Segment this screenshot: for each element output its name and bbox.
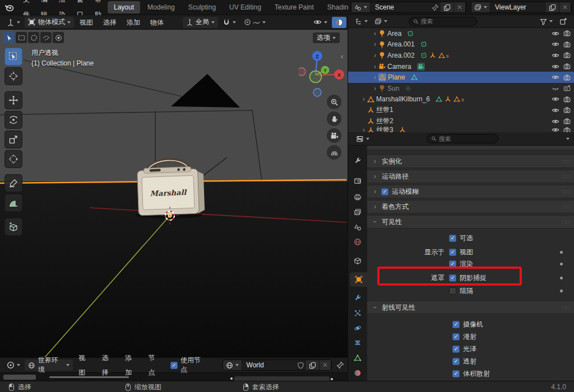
hide-viewport-eye-icon[interactable]: [552, 40, 559, 48]
force-field-icon[interactable]: [429, 52, 436, 59]
editor-type-dropdown-outliner[interactable]: [351, 16, 371, 27]
blender-logo-icon[interactable]: [0, 3, 17, 12]
viewports-checkbox[interactable]: [449, 249, 456, 256]
menu-window[interactable]: 窗口: [71, 0, 89, 15]
tab-modifiers[interactable]: [348, 291, 367, 305]
outliner-row-plane-selected[interactable]: › Plane: [348, 72, 574, 83]
gizmo-axis-y-neg[interactable]: [310, 71, 322, 83]
viewport-shading-rendered-button[interactable]: [332, 17, 346, 28]
panel-grip[interactable]: ∷∷: [562, 189, 570, 195]
expand-arrow-icon[interactable]: ›: [372, 52, 378, 59]
disable-render-camera-icon[interactable]: [563, 106, 571, 114]
viewlayer-copy-icon[interactable]: [546, 2, 559, 12]
animate-dot[interactable]: [560, 263, 563, 265]
use-nodes-checkbox[interactable]: [170, 362, 178, 369]
tab-view-layer[interactable]: [348, 205, 367, 220]
hide-viewport-eye-icon[interactable]: [552, 73, 559, 81]
menu-object[interactable]: 物体: [146, 15, 168, 30]
panel-ray-visibility[interactable]: › 射线可见性∷∷: [367, 301, 574, 314]
animate-dot[interactable]: [560, 251, 563, 254]
expand-arrow-icon[interactable]: ›: [372, 40, 378, 48]
expand-arrow-icon[interactable]: ›: [372, 30, 378, 38]
disable-render-camera-icon[interactable]: [563, 118, 571, 125]
disable-render-camera-icon[interactable]: [563, 41, 571, 48]
sidebar-toggle-arrow[interactable]: ‹: [341, 52, 343, 60]
collapse-arrow-icon[interactable]: ›: [371, 304, 379, 311]
world-name[interactable]: World: [242, 361, 295, 369]
tool-annotate[interactable]: [4, 174, 22, 192]
hide-viewport-eye-icon[interactable]: [552, 95, 559, 103]
holdout-checkbox[interactable]: [449, 287, 456, 295]
hide-viewport-eye-icon[interactable]: [552, 118, 559, 125]
scene-canvas[interactable]: Marshall: [0, 30, 348, 357]
outliner-row-area002[interactable]: › Area.002 9: [348, 50, 574, 61]
workspace-tab-layout[interactable]: Layout: [108, 1, 140, 13]
ray-diffuse-checkbox[interactable]: [452, 333, 460, 340]
viewlayer-browse-dropdown[interactable]: [471, 2, 490, 12]
menu-file[interactable]: 文件: [17, 0, 35, 15]
use-nodes-toggle[interactable]: 使用节点: [170, 356, 206, 375]
outliner-search-input[interactable]: [421, 18, 473, 25]
orthographic-toggle-button[interactable]: [327, 145, 341, 160]
pin-icon[interactable]: [430, 3, 441, 11]
panel-visibility[interactable]: › 可见性∷∷: [367, 215, 574, 228]
fake-user-shield-icon[interactable]: [295, 361, 306, 369]
collapse-arrow-icon[interactable]: ›: [372, 157, 378, 165]
motion-blur-checkbox[interactable]: [381, 188, 388, 195]
tab-material[interactable]: [348, 366, 367, 380]
tool-move[interactable]: [4, 91, 22, 109]
viewport-3d[interactable]: 物体模式 视图 选择 添加 物体 全局: [0, 15, 348, 357]
outliner-row-ribbon1[interactable]: 丝带1: [348, 105, 574, 116]
hide-viewport-eye-icon[interactable]: [552, 52, 559, 59]
panel-grip[interactable]: ∷∷: [562, 158, 570, 165]
properties-options-dropdown[interactable]: [566, 138, 570, 140]
ray-transmission-checkbox[interactable]: [452, 358, 460, 365]
collapse-arrow-icon[interactable]: ›: [372, 203, 378, 211]
select-mode-paint[interactable]: [53, 32, 64, 43]
new-collection-button[interactable]: [556, 16, 571, 27]
node-editor-partial[interactable]: [0, 373, 348, 381]
menu-edit[interactable]: 编辑: [35, 0, 53, 15]
properties-search[interactable]: [427, 134, 498, 143]
tool-select-box[interactable]: [4, 48, 22, 66]
mesh-data-icon[interactable]: [411, 74, 418, 81]
tab-object-data[interactable]: [348, 351, 367, 365]
expand-arrow-icon[interactable]: ›: [360, 95, 367, 103]
select-mode-lasso[interactable]: [40, 32, 52, 43]
panel-shading[interactable]: › 着色方式∷∷: [367, 200, 574, 213]
snap-toggle[interactable]: [219, 17, 239, 28]
panel-grip[interactable]: ∷∷: [562, 305, 570, 311]
gizmo-axis-x-neg[interactable]: [299, 68, 305, 76]
display-mode-dropdown[interactable]: [371, 16, 391, 27]
camera-view-button[interactable]: [327, 128, 341, 143]
outliner-row-marshallkilburn[interactable]: › MarshallKilburn_6 9: [348, 94, 574, 105]
scene-unlink-icon[interactable]: ✕: [454, 2, 466, 12]
overlays-dropdown[interactable]: [310, 17, 331, 28]
shader-type-dropdown[interactable]: 世界环境: [25, 360, 73, 371]
tool-rotate[interactable]: [4, 111, 22, 129]
animate-dot[interactable]: [560, 277, 563, 279]
tab-constraints[interactable]: [348, 335, 367, 350]
hidden-viewport-eye-closed-icon[interactable]: [552, 85, 559, 92]
gizmo-axis-z-neg[interactable]: [313, 88, 321, 96]
expand-arrow-icon[interactable]: ›: [372, 63, 378, 71]
panel-collections-clipped[interactable]: [367, 146, 574, 150]
scene-browse-dropdown[interactable]: [351, 2, 371, 12]
properties-search-input[interactable]: [439, 136, 494, 142]
world-browse-dropdown[interactable]: [223, 360, 242, 370]
editor-type-dropdown[interactable]: [3, 17, 24, 28]
menu-help[interactable]: 帮助: [89, 0, 107, 15]
selectable-checkbox[interactable]: [449, 235, 456, 242]
outliner-search[interactable]: [409, 17, 477, 26]
force-field-icon[interactable]: [445, 96, 451, 102]
mesh-children-icon[interactable]: [438, 52, 445, 59]
mesh-data-icon[interactable]: [436, 96, 442, 102]
editor-type-dropdown-shader[interactable]: [3, 360, 24, 371]
tool-add-cube[interactable]: [4, 218, 22, 236]
tool-measure[interactable]: [4, 194, 22, 212]
workspace-tab-uvediting[interactable]: UV Editing: [223, 1, 267, 13]
pin-id-icon[interactable]: [333, 361, 348, 370]
menu-select[interactable]: 选择: [99, 15, 121, 30]
menu-view[interactable]: 视图: [75, 15, 98, 30]
pan-hand-button[interactable]: [327, 111, 341, 126]
